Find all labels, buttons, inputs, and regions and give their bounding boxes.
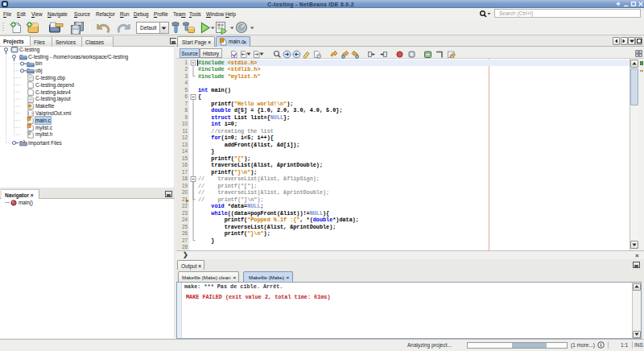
svg-text:c: c <box>28 125 30 128</box>
svg-text:c: c <box>28 118 30 121</box>
svg-text:h: h <box>28 132 30 135</box>
